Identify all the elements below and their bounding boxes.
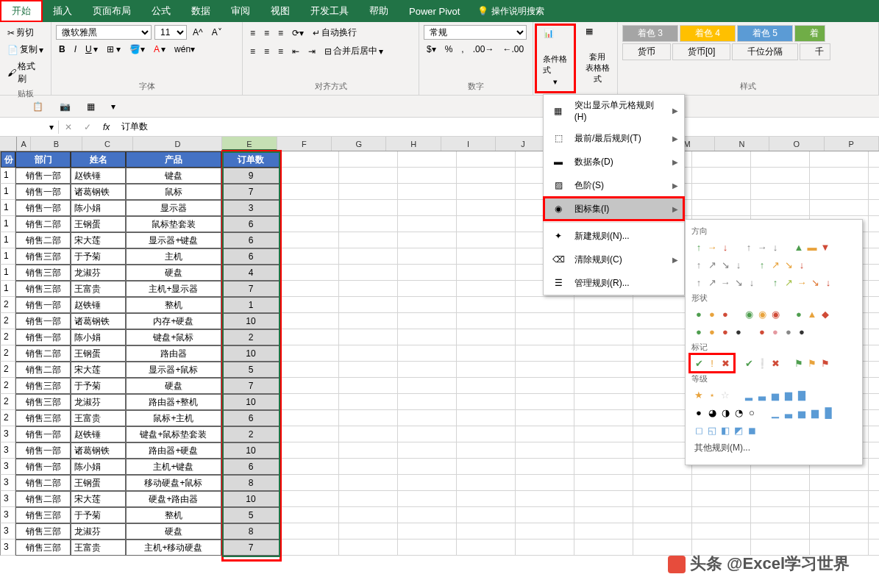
cell[interactable]: 龙淑芬 xyxy=(71,523,126,539)
empty-cell[interactable] xyxy=(574,345,633,362)
cell[interactable]: 诸葛钢铁 xyxy=(71,313,126,329)
col-header[interactable]: D xyxy=(133,137,222,151)
cell[interactable]: 销售二部 xyxy=(15,216,71,232)
empty-cell[interactable] xyxy=(457,539,516,556)
cell[interactable]: 路由器 xyxy=(126,345,221,362)
empty-cell[interactable] xyxy=(633,442,692,459)
empty-cell[interactable] xyxy=(280,265,339,281)
cell[interactable]: 销售三部 xyxy=(15,248,71,265)
empty-cell[interactable] xyxy=(633,362,692,378)
empty-cell[interactable] xyxy=(692,491,751,507)
empty-cell[interactable] xyxy=(280,184,339,200)
empty-cell[interactable] xyxy=(280,151,339,168)
style-accent4[interactable]: 着色 4 xyxy=(680,25,736,42)
empty-cell[interactable] xyxy=(516,394,574,410)
cell[interactable]: 于予菊 xyxy=(71,378,126,394)
empty-cell[interactable] xyxy=(457,151,516,168)
empty-cell[interactable] xyxy=(633,297,692,313)
empty-cell[interactable] xyxy=(280,539,339,556)
cell[interactable]: 销售一部 xyxy=(15,184,71,200)
cell[interactable]: 移动硬盘+鼠标 xyxy=(126,475,221,491)
empty-cell[interactable] xyxy=(280,329,339,345)
cell[interactable]: 路由器+硬盘 xyxy=(126,442,221,459)
style-comma[interactable]: 千位分隔 xyxy=(732,43,798,60)
empty-cell[interactable] xyxy=(869,507,879,523)
border-button[interactable]: ⊞ ▾ xyxy=(104,43,124,56)
empty-cell[interactable] xyxy=(516,410,574,426)
empty-cell[interactable] xyxy=(339,313,398,329)
empty-cell[interactable] xyxy=(692,523,751,539)
cell[interactable]: 键盘 xyxy=(126,168,221,184)
empty-cell[interactable] xyxy=(516,539,574,556)
empty-cell[interactable] xyxy=(633,378,692,394)
conditional-format-button[interactable]: 📊 条件格式▾ xyxy=(535,24,576,93)
empty-cell[interactable] xyxy=(339,442,398,459)
table-header-cell[interactable]: 姓名 xyxy=(71,151,126,168)
cf-menu-manage[interactable]: ☰管理规则(R)... xyxy=(544,271,684,295)
empty-cell[interactable] xyxy=(398,475,457,491)
style-accent3[interactable]: 着色 3 xyxy=(622,25,678,42)
cell[interactable]: 销售一部 xyxy=(15,459,71,475)
empty-cell[interactable] xyxy=(574,523,633,539)
cell[interactable]: 3 xyxy=(1,491,15,507)
cell[interactable]: 硬盘 xyxy=(126,523,221,539)
empty-cell[interactable] xyxy=(398,394,457,410)
empty-cell[interactable] xyxy=(280,459,339,475)
cf-menu-highlight[interactable]: ▦突出显示单元格规则(H)▶ xyxy=(544,95,684,126)
style-comma0[interactable]: 千 xyxy=(800,43,830,60)
tab-dev[interactable]: 开发工具 xyxy=(300,0,359,22)
empty-cell[interactable] xyxy=(574,313,633,329)
cell[interactable]: 销售一部 xyxy=(15,329,71,345)
cell[interactable]: 3 xyxy=(1,426,15,442)
select-all-corner[interactable] xyxy=(0,137,17,151)
empty-cell[interactable] xyxy=(869,442,879,459)
empty-cell[interactable] xyxy=(280,394,339,410)
empty-cell[interactable] xyxy=(339,410,398,426)
empty-cell[interactable] xyxy=(339,475,398,491)
empty-cell[interactable] xyxy=(398,329,457,345)
table-header-cell[interactable]: 产品 xyxy=(126,151,221,168)
empty-cell[interactable] xyxy=(398,362,457,378)
cell[interactable]: 龙淑芬 xyxy=(71,394,126,410)
empty-cell[interactable] xyxy=(280,378,339,394)
iconset-5quarters[interactable]: ●◕◑◔○ xyxy=(691,405,759,420)
cell[interactable]: 1 xyxy=(221,297,280,313)
empty-cell[interactable] xyxy=(869,329,879,345)
empty-cell[interactable] xyxy=(280,232,339,248)
empty-cell[interactable] xyxy=(869,475,879,491)
align-right-button[interactable]: ≡ xyxy=(275,43,286,59)
empty-cell[interactable] xyxy=(692,151,751,168)
format-painter-button[interactable]: 🖌格式刷 xyxy=(4,59,46,87)
empty-cell[interactable] xyxy=(280,313,339,329)
enter-icon[interactable]: ✓ xyxy=(78,122,97,132)
empty-cell[interactable] xyxy=(810,184,869,200)
cell[interactable]: 整机 xyxy=(126,507,221,523)
empty-cell[interactable] xyxy=(574,297,633,313)
comma-button[interactable]: , xyxy=(458,43,466,56)
cell[interactable]: 9 xyxy=(221,168,280,184)
empty-cell[interactable] xyxy=(869,281,879,297)
empty-cell[interactable] xyxy=(692,475,751,491)
style-currency0[interactable]: 货币[0] xyxy=(672,43,730,60)
cell[interactable]: 主机+显示器 xyxy=(126,281,221,297)
empty-cell[interactable] xyxy=(869,168,879,184)
phonetic-button[interactable]: wén▾ xyxy=(171,43,198,56)
iconset-5bars[interactable]: ▂▃▅▆▇ xyxy=(741,387,809,402)
cell[interactable]: 王钢蛋 xyxy=(71,216,126,232)
empty-cell[interactable] xyxy=(339,362,398,378)
cell[interactable]: 龙淑芬 xyxy=(71,265,126,281)
cell[interactable]: 1 xyxy=(1,184,15,200)
indent-dec-button[interactable]: ⇤ xyxy=(289,43,302,59)
cell[interactable]: 3 xyxy=(1,442,15,459)
underline-button[interactable]: U ▾ xyxy=(82,43,101,56)
empty-cell[interactable] xyxy=(869,184,879,200)
cell[interactable]: 2 xyxy=(1,378,15,394)
cell[interactable]: 销售三部 xyxy=(15,394,71,410)
iconset-3flags[interactable]: ⚑⚑⚑ xyxy=(791,356,833,370)
col-header[interactable]: C xyxy=(82,137,134,151)
cell[interactable]: 2 xyxy=(1,313,15,329)
empty-cell[interactable] xyxy=(457,265,516,281)
empty-cell[interactable] xyxy=(280,200,339,216)
empty-cell[interactable] xyxy=(457,475,516,491)
cell[interactable]: 3 xyxy=(1,507,15,523)
